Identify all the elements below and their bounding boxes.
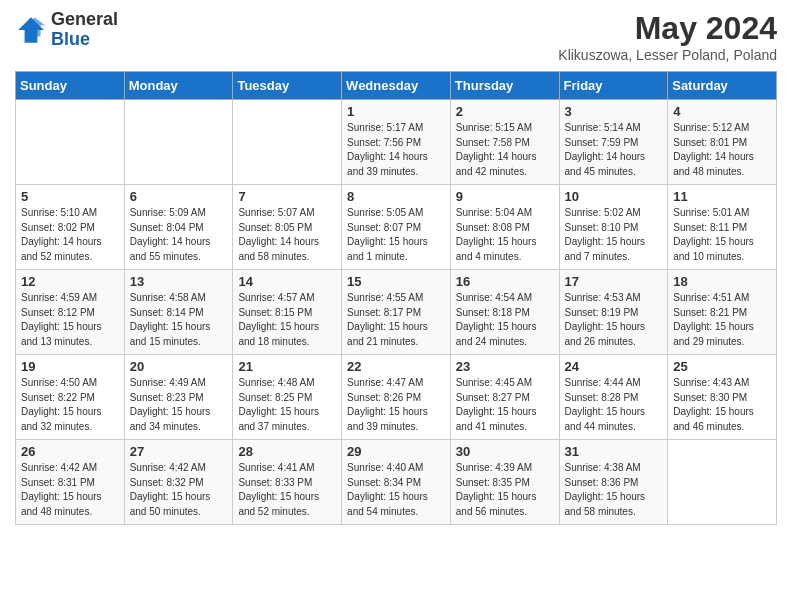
day-number: 2 xyxy=(456,104,554,119)
cell-info: Sunrise: 5:12 AMSunset: 8:01 PMDaylight:… xyxy=(673,121,771,179)
day-number: 12 xyxy=(21,274,119,289)
cell-info: Sunrise: 4:38 AMSunset: 8:36 PMDaylight:… xyxy=(565,461,663,519)
calendar-cell: 2Sunrise: 5:15 AMSunset: 7:58 PMDaylight… xyxy=(450,100,559,185)
day-number: 16 xyxy=(456,274,554,289)
cell-info: Sunrise: 5:02 AMSunset: 8:10 PMDaylight:… xyxy=(565,206,663,264)
calendar-cell: 20Sunrise: 4:49 AMSunset: 8:23 PMDayligh… xyxy=(124,355,233,440)
cell-info: Sunrise: 5:09 AMSunset: 8:04 PMDaylight:… xyxy=(130,206,228,264)
calendar-header-row: SundayMondayTuesdayWednesdayThursdayFrid… xyxy=(16,72,777,100)
calendar-cell: 11Sunrise: 5:01 AMSunset: 8:11 PMDayligh… xyxy=(668,185,777,270)
calendar-cell: 24Sunrise: 4:44 AMSunset: 8:28 PMDayligh… xyxy=(559,355,668,440)
calendar-cell: 13Sunrise: 4:58 AMSunset: 8:14 PMDayligh… xyxy=(124,270,233,355)
title-block: May 2024 Klikuszowa, Lesser Poland, Pola… xyxy=(558,10,777,63)
day-number: 5 xyxy=(21,189,119,204)
calendar-week-2: 5Sunrise: 5:10 AMSunset: 8:02 PMDaylight… xyxy=(16,185,777,270)
calendar-cell: 17Sunrise: 4:53 AMSunset: 8:19 PMDayligh… xyxy=(559,270,668,355)
calendar-week-3: 12Sunrise: 4:59 AMSunset: 8:12 PMDayligh… xyxy=(16,270,777,355)
day-number: 26 xyxy=(21,444,119,459)
cell-info: Sunrise: 4:48 AMSunset: 8:25 PMDaylight:… xyxy=(238,376,336,434)
page-header: General Blue May 2024 Klikuszowa, Lesser… xyxy=(15,10,777,63)
col-header-wednesday: Wednesday xyxy=(342,72,451,100)
cell-info: Sunrise: 5:10 AMSunset: 8:02 PMDaylight:… xyxy=(21,206,119,264)
day-number: 6 xyxy=(130,189,228,204)
day-number: 25 xyxy=(673,359,771,374)
col-header-friday: Friday xyxy=(559,72,668,100)
day-number: 13 xyxy=(130,274,228,289)
day-number: 20 xyxy=(130,359,228,374)
day-number: 19 xyxy=(21,359,119,374)
day-number: 10 xyxy=(565,189,663,204)
calendar-cell: 31Sunrise: 4:38 AMSunset: 8:36 PMDayligh… xyxy=(559,440,668,525)
calendar-cell xyxy=(124,100,233,185)
day-number: 27 xyxy=(130,444,228,459)
cell-info: Sunrise: 5:15 AMSunset: 7:58 PMDaylight:… xyxy=(456,121,554,179)
cell-info: Sunrise: 4:41 AMSunset: 8:33 PMDaylight:… xyxy=(238,461,336,519)
cell-info: Sunrise: 4:59 AMSunset: 8:12 PMDaylight:… xyxy=(21,291,119,349)
day-number: 4 xyxy=(673,104,771,119)
cell-info: Sunrise: 4:49 AMSunset: 8:23 PMDaylight:… xyxy=(130,376,228,434)
day-number: 28 xyxy=(238,444,336,459)
cell-info: Sunrise: 5:04 AMSunset: 8:08 PMDaylight:… xyxy=(456,206,554,264)
calendar-cell: 9Sunrise: 5:04 AMSunset: 8:08 PMDaylight… xyxy=(450,185,559,270)
cell-info: Sunrise: 4:50 AMSunset: 8:22 PMDaylight:… xyxy=(21,376,119,434)
day-number: 17 xyxy=(565,274,663,289)
calendar-cell: 27Sunrise: 4:42 AMSunset: 8:32 PMDayligh… xyxy=(124,440,233,525)
calendar-week-5: 26Sunrise: 4:42 AMSunset: 8:31 PMDayligh… xyxy=(16,440,777,525)
logo-general-text: General xyxy=(51,10,118,30)
calendar-cell: 26Sunrise: 4:42 AMSunset: 8:31 PMDayligh… xyxy=(16,440,125,525)
day-number: 29 xyxy=(347,444,445,459)
calendar-cell xyxy=(668,440,777,525)
day-number: 11 xyxy=(673,189,771,204)
calendar-cell: 7Sunrise: 5:07 AMSunset: 8:05 PMDaylight… xyxy=(233,185,342,270)
calendar-week-1: 1Sunrise: 5:17 AMSunset: 7:56 PMDaylight… xyxy=(16,100,777,185)
col-header-thursday: Thursday xyxy=(450,72,559,100)
calendar-cell: 21Sunrise: 4:48 AMSunset: 8:25 PMDayligh… xyxy=(233,355,342,440)
calendar-title: May 2024 xyxy=(558,10,777,47)
day-number: 3 xyxy=(565,104,663,119)
day-number: 1 xyxy=(347,104,445,119)
logo-text: General Blue xyxy=(51,10,118,50)
cell-info: Sunrise: 4:47 AMSunset: 8:26 PMDaylight:… xyxy=(347,376,445,434)
cell-info: Sunrise: 4:42 AMSunset: 8:32 PMDaylight:… xyxy=(130,461,228,519)
cell-info: Sunrise: 4:43 AMSunset: 8:30 PMDaylight:… xyxy=(673,376,771,434)
calendar-subtitle: Klikuszowa, Lesser Poland, Poland xyxy=(558,47,777,63)
day-number: 8 xyxy=(347,189,445,204)
cell-info: Sunrise: 4:44 AMSunset: 8:28 PMDaylight:… xyxy=(565,376,663,434)
day-number: 14 xyxy=(238,274,336,289)
day-number: 30 xyxy=(456,444,554,459)
logo: General Blue xyxy=(15,10,118,50)
cell-info: Sunrise: 4:40 AMSunset: 8:34 PMDaylight:… xyxy=(347,461,445,519)
calendar-cell: 30Sunrise: 4:39 AMSunset: 8:35 PMDayligh… xyxy=(450,440,559,525)
calendar-cell: 15Sunrise: 4:55 AMSunset: 8:17 PMDayligh… xyxy=(342,270,451,355)
logo-blue-text: Blue xyxy=(51,30,118,50)
cell-info: Sunrise: 4:57 AMSunset: 8:15 PMDaylight:… xyxy=(238,291,336,349)
col-header-monday: Monday xyxy=(124,72,233,100)
cell-info: Sunrise: 5:05 AMSunset: 8:07 PMDaylight:… xyxy=(347,206,445,264)
day-number: 23 xyxy=(456,359,554,374)
cell-info: Sunrise: 4:58 AMSunset: 8:14 PMDaylight:… xyxy=(130,291,228,349)
calendar-cell: 22Sunrise: 4:47 AMSunset: 8:26 PMDayligh… xyxy=(342,355,451,440)
cell-info: Sunrise: 4:42 AMSunset: 8:31 PMDaylight:… xyxy=(21,461,119,519)
cell-info: Sunrise: 4:51 AMSunset: 8:21 PMDaylight:… xyxy=(673,291,771,349)
calendar-cell xyxy=(233,100,342,185)
calendar-cell: 19Sunrise: 4:50 AMSunset: 8:22 PMDayligh… xyxy=(16,355,125,440)
calendar-cell: 28Sunrise: 4:41 AMSunset: 8:33 PMDayligh… xyxy=(233,440,342,525)
calendar-cell: 12Sunrise: 4:59 AMSunset: 8:12 PMDayligh… xyxy=(16,270,125,355)
col-header-sunday: Sunday xyxy=(16,72,125,100)
day-number: 24 xyxy=(565,359,663,374)
day-number: 22 xyxy=(347,359,445,374)
calendar-cell: 3Sunrise: 5:14 AMSunset: 7:59 PMDaylight… xyxy=(559,100,668,185)
cell-info: Sunrise: 4:45 AMSunset: 8:27 PMDaylight:… xyxy=(456,376,554,434)
cell-info: Sunrise: 4:39 AMSunset: 8:35 PMDaylight:… xyxy=(456,461,554,519)
calendar-cell: 29Sunrise: 4:40 AMSunset: 8:34 PMDayligh… xyxy=(342,440,451,525)
calendar-cell: 16Sunrise: 4:54 AMSunset: 8:18 PMDayligh… xyxy=(450,270,559,355)
day-number: 18 xyxy=(673,274,771,289)
calendar-table: SundayMondayTuesdayWednesdayThursdayFrid… xyxy=(15,71,777,525)
cell-info: Sunrise: 4:55 AMSunset: 8:17 PMDaylight:… xyxy=(347,291,445,349)
calendar-cell: 23Sunrise: 4:45 AMSunset: 8:27 PMDayligh… xyxy=(450,355,559,440)
logo-icon xyxy=(15,14,47,46)
calendar-cell: 10Sunrise: 5:02 AMSunset: 8:10 PMDayligh… xyxy=(559,185,668,270)
calendar-cell: 4Sunrise: 5:12 AMSunset: 8:01 PMDaylight… xyxy=(668,100,777,185)
day-number: 7 xyxy=(238,189,336,204)
col-header-saturday: Saturday xyxy=(668,72,777,100)
